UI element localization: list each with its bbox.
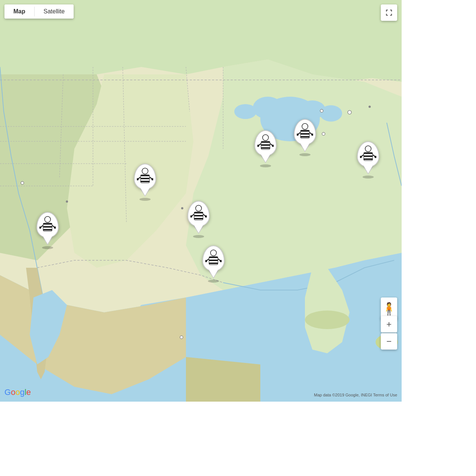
label-gulfmexico: Gulf of bbox=[231, 287, 246, 293]
label-westvirginia: WEST VIRGINIA bbox=[304, 159, 337, 164]
label-mexico: Mexico bbox=[138, 304, 165, 313]
label-nebraska: NEBRASKA bbox=[157, 128, 188, 134]
svg-point-37 bbox=[180, 336, 183, 339]
svg-point-31 bbox=[21, 181, 24, 184]
pin-colorado[interactable] bbox=[134, 164, 156, 190]
svg-marker-28 bbox=[30, 290, 67, 364]
svg-rect-69 bbox=[300, 130, 309, 132]
svg-rect-51 bbox=[141, 175, 149, 176]
label-arizona: ARIZONA bbox=[74, 194, 99, 200]
svg-point-38 bbox=[348, 110, 351, 114]
label-southdakota: SOUTH DAKOTA bbox=[149, 108, 184, 112]
svg-rect-87 bbox=[194, 212, 203, 213]
label-northdakota: NORTH DAKOTA bbox=[149, 90, 184, 95]
label-gulfcalifornia: Gulf of California bbox=[82, 278, 113, 309]
google-o1: o bbox=[11, 387, 15, 397]
label-penn: PENN bbox=[321, 141, 333, 145]
pin-michigan[interactable] bbox=[294, 119, 316, 145]
svg-point-85 bbox=[196, 205, 202, 211]
svg-rect-80 bbox=[364, 158, 373, 160]
google-e: e bbox=[26, 387, 31, 397]
label-guatemala: Guatemala bbox=[218, 364, 246, 370]
svg-point-9 bbox=[299, 100, 325, 119]
label-florida: FLORIDA bbox=[294, 249, 318, 255]
map-type-satellite-button[interactable]: Satellite bbox=[35, 4, 74, 19]
svg-rect-44 bbox=[43, 229, 52, 231]
svg-line-16 bbox=[60, 74, 63, 178]
label-tennessee: TENNESSEE bbox=[271, 183, 304, 189]
label-ottawa: Ottawa bbox=[328, 109, 342, 113]
label-mississippi: MISSISSIPPI bbox=[242, 205, 269, 209]
label-sandiego: Diego bbox=[61, 224, 73, 229]
fullscreen-button[interactable] bbox=[381, 4, 397, 21]
pin-illinois[interactable] bbox=[254, 130, 277, 156]
svg-marker-15 bbox=[260, 335, 402, 402]
svg-point-40 bbox=[45, 216, 51, 222]
svg-marker-27 bbox=[26, 268, 48, 379]
svg-rect-78 bbox=[364, 152, 373, 154]
label-cuba: Cuba bbox=[315, 317, 329, 323]
label-kentucky: KENTUCKY bbox=[273, 168, 303, 174]
svg-point-29 bbox=[305, 311, 350, 329]
label-vt: VT bbox=[386, 123, 392, 127]
map-attribution: Map data ©2019 Google, INEGI Terms of Us… bbox=[314, 393, 397, 397]
label-newmexico: NEW MEXICO bbox=[92, 217, 121, 221]
pin-texas-south[interactable] bbox=[202, 245, 225, 271]
svg-rect-42 bbox=[43, 223, 52, 225]
label-houston: H... bbox=[187, 238, 194, 242]
svg-marker-26 bbox=[305, 268, 350, 353]
map-type-map-button[interactable]: Map bbox=[4, 4, 34, 19]
google-g2: g bbox=[20, 387, 25, 397]
label-northcarolina: NORTH CAROLINA bbox=[310, 184, 349, 189]
google-g: G bbox=[4, 387, 11, 397]
label-lasvegas: Las Vegas bbox=[61, 183, 82, 187]
pegman-figure: 🧍 bbox=[382, 302, 396, 316]
label-montreal: Montreal bbox=[368, 103, 386, 107]
label-md: MD bbox=[349, 152, 356, 157]
label-california: CALIFORNIA bbox=[7, 195, 41, 201]
svg-rect-43 bbox=[43, 226, 52, 228]
svg-rect-88 bbox=[194, 215, 203, 216]
label-gulfmexico2: Mexico bbox=[235, 294, 251, 299]
svg-rect-60 bbox=[261, 141, 270, 143]
svg-point-35 bbox=[322, 132, 325, 135]
svg-marker-3 bbox=[0, 60, 402, 312]
pin-texas-north[interactable] bbox=[187, 201, 210, 227]
label-wyoming: WYOMING bbox=[103, 123, 131, 129]
svg-marker-12 bbox=[112, 253, 402, 364]
svg-point-11 bbox=[234, 104, 257, 119]
label-toronto: Toronto bbox=[314, 131, 329, 135]
svg-line-18 bbox=[123, 67, 126, 223]
label-washington: WASHINGTON bbox=[13, 95, 50, 101]
label-kansas: KANSAS bbox=[161, 153, 184, 159]
label-nh: NH bbox=[392, 131, 399, 135]
svg-marker-2 bbox=[0, 0, 402, 149]
google-logo[interactable]: Google bbox=[4, 387, 31, 397]
pin-east-coast[interactable] bbox=[357, 141, 379, 167]
label-oregon: OREGON bbox=[14, 129, 38, 135]
zoom-in-button[interactable]: + bbox=[381, 316, 397, 332]
label-nicaragua: Nicaragua bbox=[227, 391, 254, 397]
svg-rect-52 bbox=[141, 178, 149, 179]
svg-point-10 bbox=[320, 105, 342, 122]
zoom-out-button[interactable]: − bbox=[381, 333, 397, 350]
svg-rect-71 bbox=[300, 136, 309, 138]
label-ontario: ONTARIO bbox=[260, 50, 285, 56]
svg-rect-98 bbox=[209, 263, 218, 264]
google-o2: o bbox=[15, 387, 20, 397]
label-louisiana: LOUISIANA bbox=[218, 232, 248, 238]
label-georgia: GEORGIA bbox=[286, 212, 312, 218]
label-utah: UTAH bbox=[75, 152, 90, 158]
svg-point-39 bbox=[369, 106, 371, 108]
svg-rect-97 bbox=[209, 260, 218, 261]
svg-point-49 bbox=[142, 168, 148, 174]
label-wisconsin: WISCONSIN bbox=[241, 110, 273, 116]
zoom-controls: + − bbox=[381, 316, 397, 350]
label-quebec: QUEBEC bbox=[353, 46, 377, 52]
pin-california[interactable] bbox=[36, 212, 59, 238]
label-virginia: VIRGINIA bbox=[328, 157, 347, 161]
svg-point-67 bbox=[302, 123, 308, 129]
label-missouri: MISSOURI bbox=[211, 157, 238, 163]
label-sf: San Francisco bbox=[5, 179, 34, 184]
label-arkansas: ARKANSAS bbox=[214, 183, 245, 189]
